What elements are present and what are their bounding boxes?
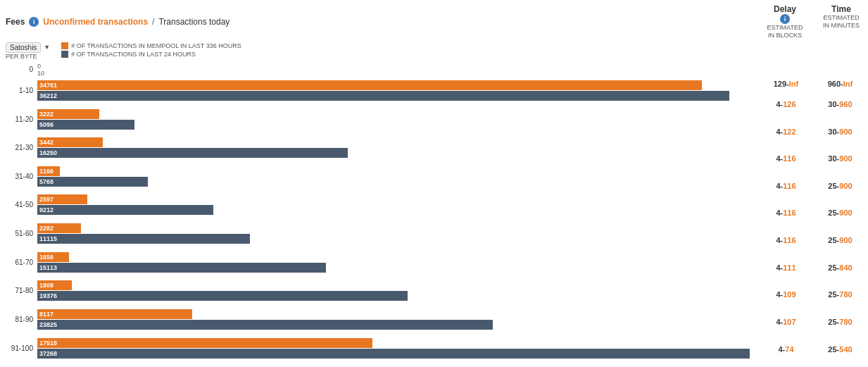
delay-value: 4-126: [767, 100, 805, 108]
bar-value-label: 36212: [39, 92, 57, 99]
delay-info-icon[interactable]: i: [780, 14, 790, 24]
delay-title: Delay: [764, 4, 806, 14]
bars-group: 811723825: [37, 309, 764, 330]
orange-legend-dot: [61, 42, 68, 49]
mempool-bar: 1656: [37, 252, 764, 262]
delay-subtitle: ESTIMATEDIN BLOCKS: [764, 24, 806, 39]
fee-range-label: 1-10: [6, 87, 37, 94]
bar-value-label: 34761: [39, 82, 57, 89]
fee-row: 31-4011665768: [6, 163, 764, 191]
time-value: 30-900: [821, 154, 860, 163]
zero-row: 0 0 10: [6, 63, 764, 77]
24h-bar: 19376: [37, 291, 764, 301]
delay-value: 4-116: [767, 236, 805, 244]
right-values-row: 4-11125-840: [764, 254, 862, 281]
bar-value-label: 3222: [39, 111, 54, 118]
bars-group: 3476136212: [37, 80, 764, 101]
mempool-bar: 2282: [37, 223, 764, 233]
24h-bar: 5768: [37, 177, 764, 187]
24h-bar: 11115: [37, 234, 764, 244]
time-value: 25-840: [821, 263, 860, 272]
zero-time-value: 960-Inf: [821, 80, 860, 88]
fee-range-label: 51-60: [6, 230, 37, 237]
right-panel: 129-Inf 960-Inf 4-12630-9604-12230-9004-…: [764, 63, 862, 363]
mempool-bar: 34761: [37, 80, 764, 90]
fees-info-icon[interactable]: i: [29, 17, 39, 27]
bar-value-label: 2282: [39, 225, 54, 232]
bar-value-label: 11115: [39, 235, 57, 242]
time-value: 30-960: [821, 100, 860, 108]
ten-label: 10: [37, 70, 764, 77]
bars-group: 180819376: [37, 280, 764, 301]
24h-bar: 37268: [37, 349, 764, 359]
fee-row: 41-5025979212: [6, 191, 764, 219]
fee-range-label: 11-20: [6, 116, 37, 123]
bars-section: 0 0 10 1-10347613621211-203222509621-303…: [6, 63, 764, 363]
right-values-row: 4-11625-900: [764, 227, 862, 254]
delay-value: 4-109: [767, 290, 805, 299]
zero-delay-value: 129-Inf: [767, 80, 805, 88]
fee-row: 71-80180819376: [6, 277, 764, 305]
fee-range-label: 81-90: [6, 316, 37, 323]
24h-bar: 15113: [37, 263, 764, 273]
time-value: 30-900: [821, 127, 860, 136]
bar-value-label: 37268: [39, 350, 57, 357]
fee-range-label: 31-40: [6, 173, 37, 180]
header-right: Delay i ESTIMATEDIN BLOCKS Time ESTIMATE…: [764, 4, 862, 39]
bars-group: 11665768: [37, 166, 764, 187]
bar-value-label: 15113: [39, 264, 57, 271]
mempool-bar: 8117: [37, 309, 764, 319]
bar-value-label: 23825: [39, 321, 57, 328]
bar-value-label: 3442: [39, 139, 54, 146]
24h-bar: 5096: [37, 120, 764, 130]
time-value: 25-780: [821, 290, 860, 299]
bars-group: 1751837268: [37, 338, 764, 359]
fee-row: 91-1001751837268: [6, 334, 764, 362]
fee-row: 1-103476136212: [6, 77, 764, 105]
24h-bar: 16250: [37, 148, 764, 158]
bars-group: 228211115: [37, 223, 764, 244]
mempool-legend: # OF TRANSACTIONS IN MEMPOOL IN LAST 336…: [71, 42, 241, 49]
bar-value-label: 5096: [39, 121, 54, 128]
24h-bar: 23825: [37, 320, 764, 330]
unconfirmed-link[interactable]: Unconfirmed transactions: [43, 17, 148, 27]
right-values-row: 4-7425-540: [764, 335, 862, 363]
zero-right-row: 129-Inf 960-Inf: [764, 77, 862, 91]
24h-bar: 36212: [37, 91, 764, 101]
satoshi-button[interactable]: Satoshis: [6, 42, 41, 53]
today-link[interactable]: Transactions today: [158, 17, 229, 27]
header-left: Fees i Unconfirmed transactions / Transa…: [6, 17, 229, 27]
bar-value-label: 16250: [39, 149, 57, 156]
delay-value: 4-122: [767, 127, 805, 136]
delay-value: 4-111: [767, 263, 805, 272]
time-value: 25-900: [821, 182, 860, 190]
bar-value-label: 1808: [39, 282, 54, 289]
bars-group: 344216250: [37, 137, 764, 158]
fee-range-label: 71-80: [6, 287, 37, 294]
fee-range-label: 41-50: [6, 201, 37, 209]
delay-column-header: Delay i ESTIMATEDIN BLOCKS: [764, 4, 806, 39]
bar-value-label: 2597: [39, 196, 54, 203]
right-values-row: 4-10925-780: [764, 281, 862, 309]
bar-value-label: 5768: [39, 178, 54, 185]
right-values-row: 4-11625-900: [764, 173, 862, 200]
bar-value-label: 8117: [39, 311, 54, 318]
right-values-row: 4-11625-900: [764, 199, 862, 227]
mempool-bar: 3222: [37, 109, 764, 119]
right-values-row: 4-11630-900: [764, 145, 862, 173]
bar-value-label: 17518: [39, 340, 57, 347]
fee-range-label: 91-100: [6, 344, 37, 352]
dropdown-arrow-icon[interactable]: ▼: [44, 44, 50, 51]
delay-value: 4-116: [767, 182, 805, 190]
mempool-bar: 17518: [37, 338, 764, 348]
delay-value: 4-74: [767, 345, 805, 354]
fee-row: 11-2032225096: [6, 105, 764, 133]
bars-group: 25979212: [37, 194, 764, 215]
slate-legend-dot: [61, 51, 68, 58]
time-value: 25-780: [821, 318, 860, 326]
fee-row: 21-30344216250: [6, 134, 764, 162]
bar-value-label: 19376: [39, 292, 57, 299]
separator: /: [152, 17, 154, 27]
time-subtitle: ESTIMATEDIN MINUTES: [820, 14, 862, 30]
bar-value-label: 1166: [39, 168, 54, 175]
